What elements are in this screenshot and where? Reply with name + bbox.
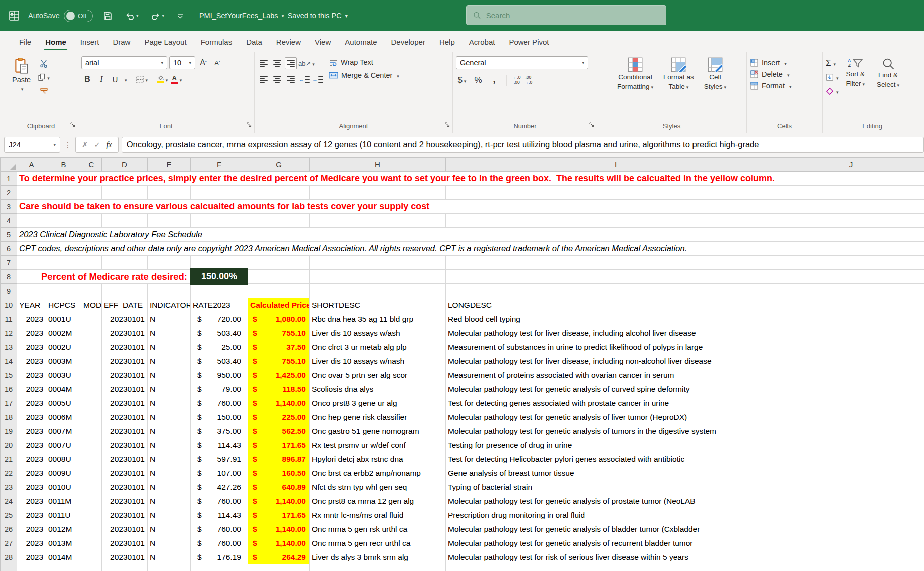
cell[interactable] (916, 494, 924, 508)
cell-year[interactable]: 2023 (17, 340, 46, 354)
row-header[interactable]: 21 (1, 452, 17, 466)
row-header[interactable]: 28 (1, 550, 17, 564)
cell-header-calculated-price[interactable]: Calculated Price (248, 298, 310, 312)
cell-mod[interactable] (81, 494, 102, 508)
tab-help[interactable]: Help (432, 33, 462, 51)
cell-mod[interactable] (81, 410, 102, 424)
cell-eff-date[interactable]: 20230101 (102, 438, 148, 452)
tab-file[interactable]: File (12, 33, 38, 51)
cell[interactable] (916, 564, 924, 571)
cell[interactable] (786, 452, 916, 466)
delete-caret-icon[interactable] (786, 70, 790, 78)
align-left-button[interactable] (258, 73, 270, 85)
cell-longdesc[interactable]: Red blood cell typing (446, 312, 786, 326)
underline-button[interactable]: U (109, 73, 121, 85)
cell[interactable] (17, 256, 46, 270)
cell-hcpcs[interactable]: 0007M (46, 424, 81, 438)
cell-longdesc[interactable]: Measurement of proteins associated with … (446, 368, 786, 382)
cell-rate2023[interactable]: $720.00 (191, 312, 248, 326)
cell-eff-date[interactable]: 20230101 (102, 424, 148, 438)
cell[interactable] (310, 564, 446, 571)
cell-calculated-price[interactable]: $1,140.00 (248, 396, 310, 410)
row-header[interactable]: 5 (1, 228, 17, 242)
cell-longdesc[interactable]: Testing for presence of drug in urine (446, 438, 786, 452)
cell[interactable] (786, 382, 916, 396)
cell-hcpcs[interactable]: 0007U (46, 438, 81, 452)
cell-mod[interactable] (81, 368, 102, 382)
cell[interactable] (786, 214, 916, 228)
cell-longdesc[interactable]: Test for detecting genes associated with… (446, 396, 786, 410)
autosum-caret-icon[interactable] (832, 59, 836, 68)
tab-review[interactable]: Review (269, 33, 308, 51)
cell[interactable] (916, 214, 924, 228)
column-header-k[interactable] (916, 158, 924, 172)
cell-indicator[interactable]: N (148, 354, 191, 368)
cell[interactable] (248, 270, 310, 284)
cell-header-longdesc[interactable]: LONGDESC (446, 298, 786, 312)
cell-year[interactable]: 2023 (17, 522, 46, 536)
cell-mod[interactable] (81, 382, 102, 396)
cell-year[interactable]: 2023 (17, 550, 46, 564)
cell-header-eff-date[interactable]: EFF_DATE (102, 298, 148, 312)
cell[interactable] (446, 256, 786, 270)
row-header[interactable]: 17 (1, 396, 17, 410)
cell[interactable] (446, 186, 786, 200)
row-header[interactable]: 11 (1, 312, 17, 326)
cell-year[interactable]: 2023 (17, 312, 46, 326)
fill-color-button[interactable] (156, 73, 168, 85)
column-header-i[interactable]: I (446, 158, 786, 172)
enter-icon[interactable]: ✓ (94, 140, 101, 149)
align-center-button[interactable] (271, 73, 283, 85)
cell[interactable] (102, 564, 148, 571)
cell-longdesc[interactable]: Gene analysis of breast tumor tissue (446, 466, 786, 480)
cell-hcpcs[interactable]: 0002U (46, 340, 81, 354)
cell-header-hcpcs[interactable]: HCPCS (46, 298, 81, 312)
row-header[interactable]: 14 (1, 354, 17, 368)
cell-eff-date[interactable]: 20230101 (102, 550, 148, 564)
row-header[interactable]: 25 (1, 508, 17, 522)
undo-button[interactable]: ▾ (123, 7, 141, 24)
cell-header-indicator[interactable]: INDICATOR (148, 298, 191, 312)
formula-input[interactable] (122, 137, 924, 153)
paste-button[interactable]: Paste (7, 55, 36, 119)
row-header[interactable]: 10 (1, 298, 17, 312)
cell-shortdesc[interactable]: Scoliosis dna alys (310, 382, 446, 396)
cell-calculated-price[interactable]: $896.87 (248, 452, 310, 466)
undo-caret-icon[interactable]: ▾ (136, 13, 139, 18)
cell[interactable] (81, 186, 102, 200)
cell-year[interactable]: 2023 (17, 438, 46, 452)
tab-acrobat[interactable]: Acrobat (462, 33, 502, 51)
tab-view[interactable]: View (308, 33, 338, 51)
cell-shortdesc[interactable]: Liver dis 10 assays w/nash (310, 354, 446, 368)
cell-longdesc[interactable]: Molecular pathology test for liver disea… (446, 354, 786, 368)
column-header-d[interactable]: D (102, 158, 148, 172)
row-header[interactable]: 27 (1, 536, 17, 550)
cell-longdesc[interactable]: Molecular pathology test for genetic ana… (446, 410, 786, 424)
cell-year[interactable]: 2023 (17, 396, 46, 410)
cell[interactable] (81, 214, 102, 228)
tab-insert[interactable]: Insert (73, 33, 106, 51)
cell[interactable] (786, 368, 916, 382)
quick-access-overflow-button[interactable] (174, 7, 186, 24)
cell-shortdesc[interactable]: Onc ovar 5 prtn ser alg scor (310, 368, 446, 382)
cell-eff-date[interactable]: 20230101 (102, 522, 148, 536)
format-cells-button[interactable]: Format (750, 81, 791, 90)
find-select-button[interactable]: Find & Select (872, 55, 904, 119)
cell[interactable] (916, 550, 924, 564)
row-header[interactable]: 18 (1, 410, 17, 424)
alignment-dialog-launcher[interactable] (445, 120, 450, 129)
cell-rate2023[interactable]: $150.00 (191, 410, 248, 424)
cell[interactable] (248, 214, 310, 228)
cell-mod[interactable] (81, 354, 102, 368)
insert-cells-button[interactable]: Insert (750, 58, 791, 67)
cell[interactable] (916, 452, 924, 466)
cell[interactable] (916, 340, 924, 354)
cell[interactable] (102, 214, 148, 228)
cell-hcpcs[interactable]: 0013M (46, 536, 81, 550)
cell-longdesc[interactable]: Molecular pathology test for genetic ana… (446, 424, 786, 438)
bold-button[interactable]: B (81, 73, 93, 85)
cell[interactable] (310, 186, 446, 200)
cell-indicator[interactable]: N (148, 382, 191, 396)
cell-mod[interactable] (81, 312, 102, 326)
cell-shortdesc[interactable]: Onc mrna 5 gen rsk urthl ca (310, 522, 446, 536)
